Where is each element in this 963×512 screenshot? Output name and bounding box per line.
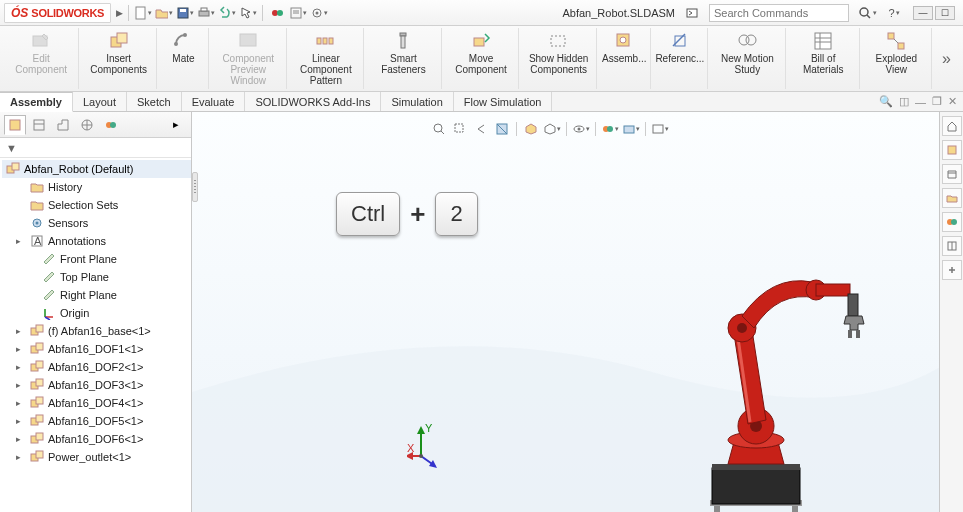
panel-splitter[interactable] xyxy=(192,172,198,202)
ribbon-mate[interactable]: Mate xyxy=(159,28,209,89)
search-go-button[interactable] xyxy=(857,4,877,22)
tree-item[interactable]: ▸Abfan16_DOF6<1> xyxy=(2,430,191,448)
tp-design-library-icon[interactable] xyxy=(942,164,962,184)
ribbon-component-preview[interactable]: Component Preview Window xyxy=(211,28,287,89)
feature-filter[interactable]: ▼ xyxy=(0,138,191,158)
expand-icon[interactable]: ▸ xyxy=(16,236,26,246)
doc-minimize-icon[interactable]: — xyxy=(915,96,926,108)
ribbon-smart-fasteners[interactable]: Smart Fasteners xyxy=(366,28,442,89)
svg-rect-38 xyxy=(898,43,904,49)
doc-close-icon[interactable]: ✕ xyxy=(948,95,957,108)
tree-root[interactable]: Abfan_Robot (Default) xyxy=(2,160,191,178)
fm-tab-config[interactable] xyxy=(52,115,74,135)
tab-evaluate[interactable]: Evaluate xyxy=(182,92,246,111)
fm-tab-dim[interactable] xyxy=(76,115,98,135)
print-button[interactable] xyxy=(197,4,215,22)
tree-item[interactable]: Right Plane xyxy=(2,286,191,304)
tp-view-palette-icon[interactable] xyxy=(942,212,962,232)
orientation-triad[interactable]: Y X xyxy=(407,422,453,468)
search-cmd-icon[interactable] xyxy=(683,4,701,22)
graphics-viewport[interactable]: Y X xyxy=(192,112,939,512)
fm-tab-property[interactable] xyxy=(28,115,50,135)
ribbon-show-hidden[interactable]: Show Hidden Components xyxy=(521,28,597,89)
command-search[interactable] xyxy=(709,4,849,22)
ribbon-bom[interactable]: Bill of Materials xyxy=(788,28,860,89)
tab-sketch[interactable]: Sketch xyxy=(127,92,182,111)
ribbon-exploded-view[interactable]: Exploded View xyxy=(862,28,932,89)
view-settings-icon[interactable] xyxy=(651,120,669,138)
prev-view-icon[interactable] xyxy=(472,120,490,138)
undo-button[interactable] xyxy=(218,4,236,22)
tp-resources-icon[interactable] xyxy=(942,140,962,160)
tab-assembly[interactable]: Assembly xyxy=(0,92,73,112)
tab-layout[interactable]: Layout xyxy=(73,92,127,111)
new-doc-button[interactable] xyxy=(134,4,152,22)
tree-item[interactable]: ▸Power_outlet<1> xyxy=(2,448,191,466)
tree-item[interactable]: Selection Sets xyxy=(2,196,191,214)
section-view-icon[interactable] xyxy=(493,120,511,138)
robot-model[interactable] xyxy=(662,254,892,512)
ribbon-linear-pattern[interactable]: Linear Component Pattern xyxy=(289,28,365,89)
zoom-fit-icon[interactable] xyxy=(430,120,448,138)
file-options-button[interactable] xyxy=(289,4,307,22)
expand-icon[interactable]: ▸ xyxy=(16,344,26,354)
fm-tab-tree[interactable] xyxy=(4,115,26,135)
ribbon-overflow-icon[interactable]: » xyxy=(934,50,959,68)
svg-marker-89 xyxy=(417,426,425,434)
ribbon-insert-components[interactable]: Insert Components xyxy=(81,28,157,89)
menu-flyout-icon[interactable]: ▶ xyxy=(116,8,123,18)
ribbon-assembly-features[interactable]: Assemb... xyxy=(599,28,651,89)
help-button[interactable]: ? xyxy=(885,4,903,22)
zoom-area-icon[interactable] xyxy=(451,120,469,138)
tree-item[interactable]: Front Plane xyxy=(2,250,191,268)
command-search-input[interactable] xyxy=(714,7,844,19)
tree-item[interactable]: ▸Abfan16_DOF3<1> xyxy=(2,376,191,394)
tree-item[interactable]: History xyxy=(2,178,191,196)
open-doc-button[interactable] xyxy=(155,4,173,22)
expand-icon[interactable]: ▸ xyxy=(16,434,26,444)
ribbon-new-motion-study[interactable]: New Motion Study xyxy=(710,28,786,89)
ribbon-edit-component[interactable]: Edit Component xyxy=(4,28,79,89)
tp-home-icon[interactable] xyxy=(942,116,962,136)
settings-button[interactable] xyxy=(310,4,328,22)
apply-scene-icon[interactable] xyxy=(622,120,640,138)
tp-appearances-icon[interactable] xyxy=(942,236,962,256)
expand-icon[interactable]: ▸ xyxy=(16,362,26,372)
tree-item[interactable]: ▸Abfan16_DOF1<1> xyxy=(2,340,191,358)
ribbon-reference-geometry[interactable]: Referenc... xyxy=(653,28,709,89)
tree-item[interactable]: Sensors xyxy=(2,214,191,232)
tree-item[interactable]: ▸AAnnotations xyxy=(2,232,191,250)
tp-custom-props-icon[interactable] xyxy=(942,260,962,280)
tab-flow-simulation[interactable]: Flow Simulation xyxy=(454,92,553,111)
display-style-icon[interactable] xyxy=(543,120,561,138)
expand-icon[interactable]: ▸ xyxy=(16,452,26,462)
doc-restore-icon[interactable]: ❐ xyxy=(932,95,942,108)
view-orientation-icon[interactable] xyxy=(522,120,540,138)
tree-item[interactable]: Top Plane xyxy=(2,268,191,286)
ribbon-move-component[interactable]: Move Component xyxy=(444,28,520,89)
feature-tree[interactable]: Abfan_Robot (Default) HistorySelection S… xyxy=(0,158,191,512)
tree-item[interactable]: ▸Abfan16_DOF5<1> xyxy=(2,412,191,430)
save-button[interactable] xyxy=(176,4,194,22)
tree-item[interactable]: ▸Abfan16_DOF4<1> xyxy=(2,394,191,412)
select-button[interactable] xyxy=(239,4,257,22)
tree-item[interactable]: ▸(f) Abfan16_base<1> xyxy=(2,322,191,340)
expand-icon[interactable]: ▸ xyxy=(16,398,26,408)
expand-icon[interactable]: ▸ xyxy=(16,416,26,426)
tp-file-explorer-icon[interactable] xyxy=(942,188,962,208)
tree-item[interactable]: ▸Abfan16_DOF2<1> xyxy=(2,358,191,376)
tab-addins[interactable]: SOLIDWORKS Add-Ins xyxy=(245,92,381,111)
expand-icon[interactable]: ▸ xyxy=(16,380,26,390)
doc-search-icon[interactable]: 🔍 xyxy=(879,95,893,108)
edit-appearance-icon[interactable] xyxy=(601,120,619,138)
expand-icon[interactable]: ▸ xyxy=(16,326,26,336)
fm-tab-display[interactable] xyxy=(100,115,122,135)
window-minimize-button[interactable]: — xyxy=(913,6,933,20)
hide-show-icon[interactable] xyxy=(572,120,590,138)
tree-item[interactable]: Origin xyxy=(2,304,191,322)
rebuild-button[interactable] xyxy=(268,4,286,22)
doc-split-icon[interactable]: ◫ xyxy=(899,95,909,108)
tab-simulation[interactable]: Simulation xyxy=(381,92,453,111)
window-restore-button[interactable]: ☐ xyxy=(935,6,955,20)
fm-tab-more-icon[interactable]: ▸ xyxy=(165,115,187,135)
